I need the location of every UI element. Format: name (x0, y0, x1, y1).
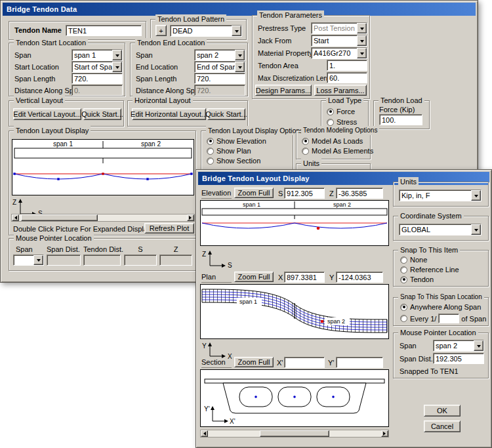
radio-every-fraction[interactable]: Every 1/ of Span (400, 314, 486, 323)
scroll-right-arrow-icon[interactable] (381, 430, 388, 437)
mouse-span-value: span 2 (434, 340, 474, 351)
radio-icon (400, 315, 407, 322)
tendon-layout-display-caption: Tendon Layout Display (14, 126, 91, 135)
radio-snap-tendon[interactable]: Tendon (400, 275, 434, 283)
tendon-elevation-plot[interactable]: span 1 span 2 (12, 139, 194, 195)
dropdown-arrow-icon[interactable] (235, 50, 245, 60)
radio-snap-reference-line[interactable]: Reference Line (400, 266, 459, 274)
tendon-area-input[interactable]: 1. (327, 60, 367, 71)
coordinate-system-group: Coordinate System GLOBAL (393, 216, 489, 241)
radio-show-elevation[interactable]: Show Elevation (207, 137, 266, 145)
mouse-span-select-d1[interactable] (13, 255, 44, 266)
start-span-value: span 1 (72, 50, 112, 60)
load-pattern-select[interactable]: DEAD (170, 25, 242, 37)
dropdown-arrow-icon[interactable] (357, 48, 367, 58)
dropdown-arrow-icon[interactable] (112, 62, 122, 72)
mouse-span-value-d1 (14, 255, 33, 265)
elevation-plot[interactable]: span 1 span 2 (200, 200, 389, 246)
mouse-pointer-location-group-d1: Mouse Pointer Location Span Span Dist. T… (9, 238, 196, 271)
end-span-length-input[interactable]: 720. (194, 73, 245, 84)
section-zoom-full-button[interactable]: Zoom Full (234, 357, 274, 367)
scroll-left-arrow-icon[interactable] (201, 430, 208, 437)
scrollbar-thumb[interactable] (260, 430, 329, 437)
dropdown-arrow-icon[interactable] (232, 26, 241, 36)
radio-show-section[interactable]: Show Section (207, 157, 260, 165)
elevation-zoom-full-button[interactable]: Zoom Full (234, 188, 274, 198)
ok-button[interactable]: OK (424, 405, 461, 417)
jack-from-select[interactable]: Start (311, 35, 367, 47)
elevation-drawing: span 1 span 2 (201, 201, 388, 245)
dropdown-arrow-icon[interactable] (33, 255, 43, 265)
dropdown-arrow-icon[interactable] (235, 62, 245, 72)
scrollbar-track[interactable] (208, 430, 381, 437)
elevation-z-field: -36.3585 (336, 188, 383, 199)
units-select[interactable]: Kip, in, F (399, 190, 482, 201)
radio-anywhere-along-span[interactable]: Anywhere Along Span (400, 303, 481, 311)
cancel-button[interactable]: Cancel (424, 420, 461, 432)
coordinate-system-value: GLOBAL (400, 224, 471, 235)
end-location-select[interactable]: End of Span (194, 61, 245, 73)
show-plan-label: Show Plan (216, 147, 251, 155)
of-span-label: of Span (461, 315, 486, 323)
edit-horizontal-layout-button[interactable]: Edit Horizontal Layout... (132, 108, 206, 120)
refresh-plot-button[interactable]: Refresh Plot (144, 223, 194, 234)
radio-stress[interactable]: Stress (327, 118, 357, 126)
design-params-button[interactable]: Design Params... (255, 85, 312, 96)
radio-snap-none[interactable]: None (400, 256, 427, 264)
mouse-span-label: Span (400, 342, 417, 350)
col-span-header: Span (16, 245, 33, 253)
prestress-type-value: Post Tension (312, 23, 357, 33)
dropdown-arrow-icon[interactable] (357, 35, 367, 46)
jack-from-label: Jack From (258, 37, 291, 45)
plan-x-label: X (278, 274, 283, 281)
dropdown-arrow-icon[interactable] (112, 50, 122, 60)
max-discretization-input[interactable]: 60. (327, 72, 367, 83)
mouse-span-select[interactable]: span 2 (433, 340, 484, 352)
start-span-select[interactable]: span 1 (72, 49, 123, 61)
dropdown-arrow-icon[interactable] (471, 190, 481, 201)
start-location-select[interactable]: Start of Span (72, 61, 123, 73)
loss-params-button[interactable]: Loss Params... (314, 85, 367, 96)
scroll-left-arrow-icon[interactable] (12, 214, 19, 221)
add-load-pattern-button[interactable]: + (155, 25, 167, 36)
scrollbar-track[interactable] (19, 214, 187, 221)
coordinate-system-caption: Coordinate System (398, 211, 464, 220)
yx-axis-icon: Y X (201, 340, 234, 359)
end-span-length-label: Span Length (136, 75, 176, 83)
section-scrollbar[interactable] (200, 430, 389, 438)
tendon-name-input[interactable]: TEN1 (66, 25, 142, 36)
tendon-point (332, 396, 335, 398)
span2-label: span 2 (141, 140, 161, 148)
dropdown-arrow-icon[interactable] (474, 340, 483, 351)
tendon-force-input[interactable]: 100. (379, 114, 422, 125)
edit-vertical-layout-button[interactable]: Edit Vertical Layout... (13, 108, 81, 120)
radio-model-as-loads[interactable]: Model As Loads (302, 137, 363, 145)
dropdown-arrow-icon[interactable] (471, 224, 481, 235)
fraction-input[interactable] (438, 314, 459, 323)
vertical-layout-group: Vertical Layout Edit Vertical Layout... … (9, 100, 124, 127)
radio-icon (207, 148, 214, 155)
dialog1-titlebar[interactable]: Bridge Tendon Data (3, 3, 476, 16)
material-property-select[interactable]: A416Gr270 (311, 47, 367, 59)
radio-selected-icon (207, 138, 214, 145)
plot-scrollbar[interactable] (11, 214, 195, 222)
snap-to-item-caption: Snap To This Item (398, 245, 460, 255)
cursor-snap-dot (321, 320, 324, 323)
vertical-quick-start-button[interactable]: Quick Start... (83, 108, 121, 120)
start-span-length-input[interactable]: 720. (72, 73, 123, 84)
radio-show-plan[interactable]: Show Plan (207, 147, 251, 155)
horizontal-quick-start-button[interactable]: Quick Start... (207, 108, 245, 120)
end-span-select[interactable]: span 2 (194, 49, 245, 61)
plan-plot[interactable]: span 1 span 2 (200, 284, 389, 339)
elevation-z-label: Z (329, 190, 334, 197)
radio-force[interactable]: Force (327, 108, 355, 115)
start-location-caption: Tendon Start Location (14, 38, 88, 47)
scrollbar-thumb[interactable] (21, 214, 98, 221)
scroll-right-arrow-icon[interactable] (187, 214, 194, 221)
coordinate-system-select[interactable]: GLOBAL (399, 224, 482, 235)
y-prime-axis-label: Y' (204, 405, 210, 413)
section-x-field (284, 357, 325, 368)
z-axis-label: Z (12, 199, 16, 206)
plan-zoom-full-button[interactable]: Zoom Full (234, 272, 274, 282)
radio-model-as-elements[interactable]: Model As Elements (302, 147, 373, 155)
